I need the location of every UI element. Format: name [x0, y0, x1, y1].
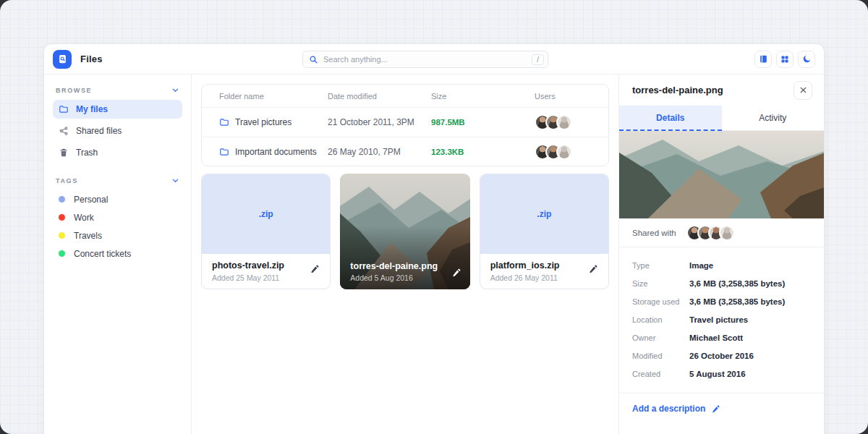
folder-icon — [219, 147, 229, 157]
search-bar[interactable]: / — [302, 51, 548, 68]
sidebar-item-label: Trash — [76, 148, 98, 158]
book-button[interactable] — [754, 51, 772, 68]
column-size: Size — [431, 92, 535, 101]
users-avatars — [535, 144, 608, 160]
panel-tabs: Details Activity — [619, 106, 824, 131]
tag-color-dot — [59, 232, 65, 239]
sidebar-item-trash[interactable]: Trash — [53, 143, 182, 162]
search-icon — [309, 55, 318, 64]
trash-icon — [59, 148, 69, 158]
edit-pencil-icon — [711, 404, 720, 414]
file-details-list: Type Image Size 3,6 MB (3,258,385 bytes)… — [619, 247, 824, 390]
close-panel-button[interactable] — [793, 81, 812, 100]
search-shortcut-badge: / — [532, 54, 544, 65]
tab-details[interactable]: Details — [619, 106, 722, 131]
folder-name: Important documents — [235, 147, 317, 157]
tags-section-header[interactable]: TAGS — [53, 175, 182, 190]
sidebar-item-shared-files[interactable]: Shared files — [53, 122, 182, 140]
zip-preview: .zip — [480, 174, 608, 254]
detail-row-size: Size 3,6 MB (3,258,385 bytes) — [632, 274, 811, 292]
tab-activity[interactable]: Activity — [722, 106, 825, 131]
tag-color-dot — [59, 250, 65, 257]
edit-pencil-icon[interactable] — [451, 268, 461, 278]
file-card-platform-ios[interactable]: .zip platform_ios.zip Added 26 May 2011 — [480, 174, 609, 289]
grid-view-button[interactable] — [776, 51, 793, 68]
file-name: photos-travel.zip — [212, 260, 320, 271]
tag-label: Work — [74, 213, 94, 223]
chevron-down-icon[interactable] — [171, 176, 179, 184]
shared-with-label: Shared with — [632, 229, 676, 237]
shared-with-avatars[interactable] — [686, 225, 735, 241]
tags-label: TAGS — [56, 177, 78, 184]
desktop-background: Files / — [0, 0, 868, 434]
tag-color-dot — [59, 196, 65, 203]
avatar — [719, 225, 735, 241]
file-added-date: Added 25 May 2011 — [212, 273, 320, 282]
zip-badge: .zip — [259, 209, 273, 219]
folder-icon — [219, 117, 229, 127]
panel-file-title: torres-del-paine.png — [632, 85, 723, 95]
detail-row-owner: Owner Michael Scott — [632, 328, 811, 346]
file-added-date: Added 5 Aug 2016 — [350, 273, 459, 282]
tag-concert-tickets[interactable]: Concert tickets — [53, 244, 182, 263]
edit-pencil-icon[interactable] — [588, 264, 598, 274]
top-bar: Files / — [44, 44, 824, 75]
browse-section-header[interactable]: BROWSE — [53, 85, 182, 100]
tag-label: Concert tickets — [74, 249, 131, 259]
column-users: Users — [535, 92, 608, 101]
sidebar-item-label: Shared files — [76, 126, 122, 136]
zip-badge: .zip — [537, 209, 551, 219]
share-icon — [59, 126, 69, 136]
date-modified: 21 October 2011, 3PM — [328, 117, 431, 127]
details-panel: torres-del-paine.png Details Activity — [618, 75, 824, 434]
tag-travels[interactable]: Travels — [53, 226, 182, 244]
tag-color-dot — [59, 214, 65, 221]
app-logo-icon — [53, 50, 72, 69]
sidebar-item-my-files[interactable]: My files — [53, 100, 182, 119]
main-content: Folder name Date modified Size Users Tra… — [192, 75, 618, 434]
tag-work[interactable]: Work — [53, 208, 182, 226]
dark-mode-button[interactable] — [798, 51, 815, 68]
detail-row-location: Location Travel pictures — [632, 310, 811, 328]
zip-preview: .zip — [202, 174, 330, 254]
sidebar: BROWSE My files Shared files — [44, 75, 192, 434]
avatar — [556, 144, 572, 160]
detail-row-modified: Modified 26 October 2016 — [632, 346, 811, 365]
file-name: torres-del-paine.png — [350, 261, 459, 271]
search-input[interactable] — [323, 55, 532, 64]
folder-name: Travel pictures — [235, 117, 292, 127]
files-app-window: Files / — [43, 43, 825, 434]
file-card-torres-del-paine[interactable]: torres-del-paine.png Added 5 Aug 2016 — [340, 174, 469, 289]
table-header-row: Folder name Date modified Size Users — [202, 85, 608, 108]
size-value: 987.5MB — [431, 118, 535, 127]
size-value: 123.3KB — [431, 148, 535, 156]
browse-label: BROWSE — [56, 87, 92, 94]
folders-table: Folder name Date modified Size Users Tra… — [201, 84, 609, 166]
file-added-date: Added 26 May 2011 — [490, 273, 598, 282]
table-row[interactable]: Travel pictures 21 October 2011, 3PM 987… — [202, 108, 608, 137]
file-card-photos-travel[interactable]: .zip photos-travel.zip Added 25 May 2011 — [201, 174, 331, 289]
chevron-down-icon[interactable] — [171, 86, 179, 94]
column-date-modified: Date modified — [328, 92, 431, 101]
file-preview-image — [619, 131, 824, 218]
add-description-button[interactable]: Add a description — [619, 393, 824, 424]
tag-label: Travels — [74, 231, 102, 241]
column-folder-name: Folder name — [219, 92, 328, 101]
detail-row-created: Created 5 August 2016 — [632, 365, 811, 383]
date-modified: 26 May 2010, 7PM — [328, 147, 431, 157]
edit-pencil-icon[interactable] — [310, 264, 320, 274]
file-name: platform_ios.zip — [490, 260, 598, 271]
tag-label: Personal — [74, 195, 108, 205]
detail-row-type: Type Image — [632, 256, 811, 274]
app-title: Files — [80, 54, 103, 64]
avatar — [556, 114, 572, 130]
tag-personal[interactable]: Personal — [53, 190, 182, 208]
sidebar-item-label: My files — [76, 104, 108, 114]
table-row[interactable]: Important documents 26 May 2010, 7PM 123… — [202, 137, 608, 166]
folder-icon — [59, 104, 69, 114]
users-avatars — [535, 114, 608, 130]
topbar-actions — [754, 51, 815, 68]
detail-row-storage-used: Storage used 3,6 MB (3,258,385 bytes) — [632, 292, 811, 310]
file-cards-row: .zip photos-travel.zip Added 25 May 2011 — [201, 174, 609, 289]
